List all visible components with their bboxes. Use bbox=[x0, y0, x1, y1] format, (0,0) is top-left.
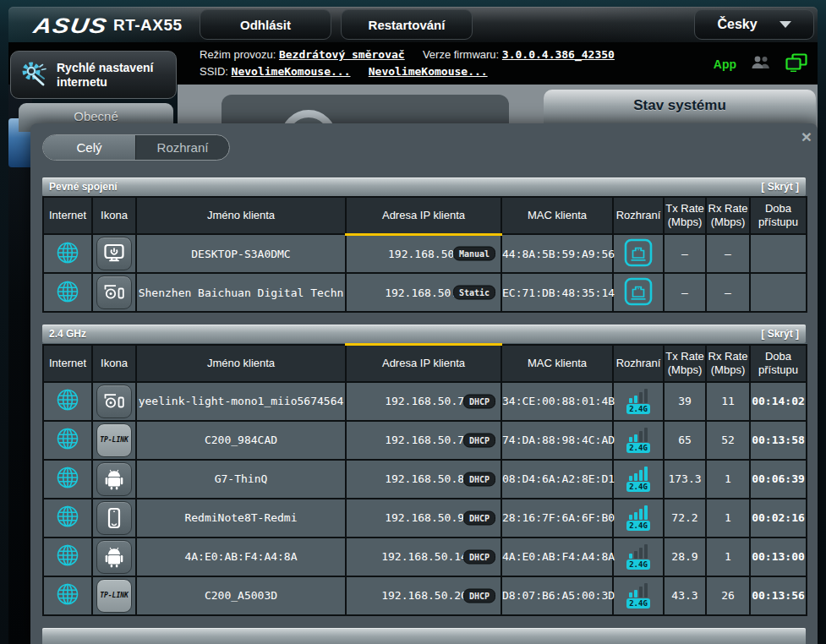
client-name: 4A:E0:AB:F4:A4:8A bbox=[136, 538, 346, 576]
tx-rate: 65 bbox=[664, 421, 706, 460]
client-row[interactable]: TP-LINK C200_984CAD192.168.50.73DHCP74:D… bbox=[43, 421, 807, 460]
signal-strength-icon: 2.4G bbox=[626, 427, 650, 453]
access-time: 00:13:00 bbox=[750, 538, 807, 576]
hide-section-link[interactable]: [ Skrýt ] bbox=[761, 181, 799, 193]
client-row[interactable]: RedmiNote8T-Redmi192.168.50.94DHCP28:16:… bbox=[43, 499, 807, 538]
ip-type-badge: DHCP bbox=[463, 394, 495, 408]
ssid-link-1[interactable]: NevolimeKomouse... bbox=[232, 65, 351, 78]
language-label: Česky bbox=[717, 17, 757, 32]
signal-strength-icon: 2.4G bbox=[626, 466, 650, 492]
ip-type-badge: DHCP bbox=[463, 433, 495, 447]
column-header-mac: MAC klienta bbox=[501, 197, 613, 234]
tplink-device-icon: TP-LINK bbox=[96, 579, 132, 613]
tab-all[interactable]: Celý bbox=[43, 135, 136, 160]
client-row[interactable]: 4A:E0:AB:F4:A4:8A192.168.50.145DHCP4A:E0… bbox=[43, 538, 807, 576]
reboot-button[interactable]: Restartování bbox=[341, 9, 473, 40]
client-name: RedmiNote8T-Redmi bbox=[136, 499, 346, 538]
rx-rate: 26 bbox=[706, 576, 750, 615]
rx-rate: – bbox=[706, 273, 750, 312]
rx-rate: 11 bbox=[706, 382, 750, 421]
hide-section-link[interactable]: [ Skrýt ] bbox=[761, 328, 799, 340]
ip-type-badge: DHCP bbox=[463, 510, 495, 525]
ssid-link-2[interactable]: NevolimeKomouse... bbox=[369, 65, 488, 78]
logout-button[interactable]: Odhlásit bbox=[200, 9, 331, 40]
client-row[interactable]: G7-ThinQ192.168.50.86DHCP08:D4:6A:A2:8E:… bbox=[43, 460, 807, 499]
quick-internet-setup-button[interactable]: Rychlé nastavení internetu bbox=[10, 51, 177, 99]
gear-wand-icon bbox=[19, 58, 50, 92]
access-time: 00:02:16 bbox=[750, 499, 807, 538]
client-mac: 4A:E0:AB:F4:A4:8A bbox=[501, 538, 613, 576]
mode-link[interactable]: Bezdrátový směrovač bbox=[279, 48, 405, 61]
tab-interface[interactable]: Rozhraní bbox=[136, 135, 229, 160]
modal-tab-bar: Celý Rozhraní bbox=[42, 134, 230, 161]
client-ip: 192.168.50.2Manual bbox=[346, 234, 501, 273]
tx-rate: 72.2 bbox=[664, 499, 706, 538]
close-icon[interactable]: × bbox=[801, 128, 812, 145]
section-header-partial bbox=[42, 628, 806, 644]
tx-rate: 39 bbox=[664, 382, 706, 421]
client-ip: 192.168.50.145DHCP bbox=[346, 538, 501, 576]
client-name: G7-ThinQ bbox=[136, 460, 346, 499]
internet-globe-icon bbox=[55, 519, 80, 532]
clients-people-icon[interactable] bbox=[750, 55, 772, 74]
internet-globe-icon bbox=[55, 294, 80, 307]
client-ip: 192.168.50.202DHCP bbox=[346, 576, 501, 615]
access-time bbox=[750, 234, 807, 273]
client-mac: EC:71:DB:48:35:14 bbox=[501, 273, 613, 312]
column-header-name: Jméno klienta bbox=[136, 345, 346, 382]
signal-strength-icon: 2.4G bbox=[626, 388, 650, 414]
network-monitor-icon[interactable] bbox=[785, 53, 807, 75]
client-row[interactable]: TP-LINK C200_A5003D192.168.50.202DHCPD8:… bbox=[43, 576, 807, 615]
access-time bbox=[750, 273, 807, 312]
android-device-icon bbox=[96, 540, 132, 574]
quick-setup-label: Rychlé nastavení internetu bbox=[57, 61, 167, 90]
firmware-link[interactable]: 3.0.0.4.386_42350 bbox=[502, 48, 615, 61]
chevron-down-icon bbox=[780, 21, 791, 28]
ethernet-port-icon bbox=[624, 296, 653, 308]
router-info: Režim provozu: Bezdrátový směrovač Verze… bbox=[200, 46, 615, 80]
client-name: C200_A5003D bbox=[136, 576, 346, 615]
android-device-icon bbox=[96, 462, 132, 496]
tx-rate: – bbox=[664, 273, 706, 312]
band-badge: 2.4G bbox=[626, 521, 650, 531]
rx-rate: 1 bbox=[706, 499, 750, 538]
client-row[interactable]: DESKTOP-S3A0DMC192.168.50.2Manual44:8A:5… bbox=[43, 234, 807, 273]
language-dropdown[interactable]: Česky bbox=[694, 9, 814, 40]
column-header-tx: Tx Rate (Mbps) bbox=[664, 197, 706, 234]
internet-globe-icon bbox=[55, 255, 80, 268]
client-mac: D8:07:B6:A5:00:3D bbox=[501, 576, 613, 615]
client-list-modal: × Celý Rozhraní Pevné spojení[ Skrýt ]In… bbox=[30, 123, 818, 644]
column-header-icon: Ikona bbox=[92, 197, 136, 234]
top-banner: ASUS RT-AX55 Odhlásit Restartování Česky bbox=[8, 7, 818, 42]
band-badge: 2.4G bbox=[626, 598, 650, 609]
client-tables: Pevné spojení[ Skrýt ]InternetIkonaJméno… bbox=[42, 177, 806, 644]
signal-strength-icon: 2.4G bbox=[626, 543, 650, 570]
asus-logo: ASUS bbox=[32, 14, 110, 38]
internet-globe-icon bbox=[55, 441, 80, 454]
client-ip: 192.168.50.94DHCP bbox=[346, 499, 501, 538]
tx-rate: – bbox=[664, 234, 706, 273]
access-time: 00:13:58 bbox=[750, 421, 807, 460]
client-mac: 34:CE:00:88:01:4B bbox=[501, 382, 613, 421]
rx-rate: 1 bbox=[706, 538, 750, 576]
internet-globe-icon bbox=[55, 558, 80, 570]
signal-strength-icon: 2.4G bbox=[626, 505, 650, 531]
mode-label: Režim provozu: bbox=[200, 48, 276, 61]
section-header: Pevné spojení[ Skrýt ] bbox=[42, 177, 806, 196]
client-row[interactable]: yeelink-light-mono1_miio5674564192.168.5… bbox=[43, 382, 807, 421]
app-link[interactable]: App bbox=[714, 57, 736, 71]
section-header: 2.4 GHz[ Skrýt ] bbox=[42, 325, 806, 343]
client-mac: 28:16:7F:6A:6F:B0 bbox=[501, 499, 613, 538]
column-header-rx: Rx Rate (Mbps) bbox=[706, 345, 750, 382]
client-row[interactable]: Shenzhen Baichuan Digital Techn192.168.5… bbox=[43, 273, 807, 312]
smartphone-device-icon bbox=[96, 501, 132, 535]
client-name: C200_984CAD bbox=[136, 421, 346, 460]
client-table: InternetIkonaJméno klientaAdresa IP klie… bbox=[42, 343, 807, 616]
access-time: 00:06:39 bbox=[750, 460, 807, 499]
client-ip: 192.168.50.72DHCP bbox=[346, 382, 501, 421]
ip-type-badge: Manual bbox=[453, 247, 495, 261]
tplink-device-icon: TP-LINK bbox=[96, 423, 132, 457]
access-time: 00:14:02 bbox=[750, 382, 807, 421]
column-header-time: Doba přístupu bbox=[750, 197, 807, 234]
system-status-tab[interactable]: Stav systému bbox=[544, 90, 816, 127]
